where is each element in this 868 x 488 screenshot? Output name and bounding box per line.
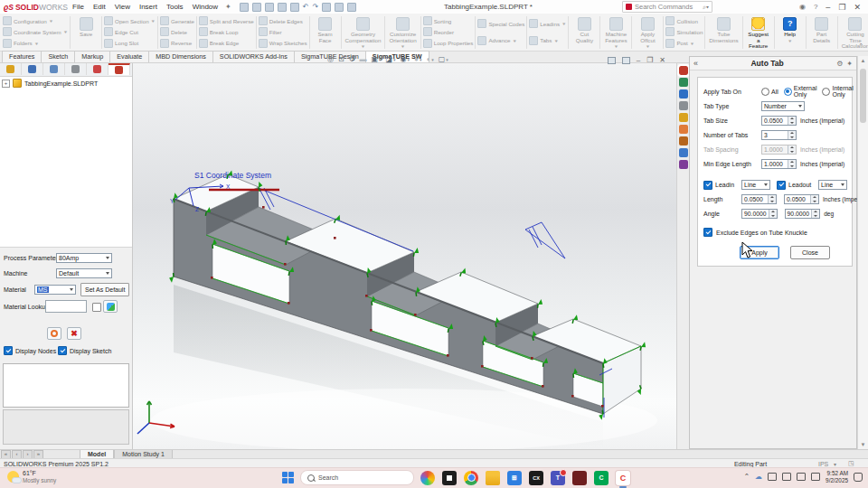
reorder-button[interactable]: Reorder xyxy=(423,27,474,37)
previous-view-icon[interactable]: ↺ xyxy=(349,55,355,63)
machine-select[interactable]: Default xyxy=(56,268,112,278)
open-document-icon[interactable] xyxy=(265,3,274,12)
doc-restore-button[interactable]: ❐ xyxy=(646,56,653,64)
rebuild-icon[interactable] xyxy=(335,3,344,12)
hide-show-items-icon[interactable]: ◉▾ xyxy=(401,55,410,63)
number-of-tabs-spinner[interactable]: 3 xyxy=(761,130,797,140)
doc-close-button[interactable]: ✕ xyxy=(659,56,665,64)
display-sketch-checkbox[interactable] xyxy=(58,346,67,355)
tube-dimensions-button[interactable]: Tube Dimensions xyxy=(707,15,740,43)
scroll-up-icon[interactable]: ▲ xyxy=(860,58,866,63)
open-section-button[interactable]: Open Section▼ xyxy=(104,16,156,26)
leadout-angle-spinner[interactable]: 90.0000 xyxy=(785,209,821,219)
fm-tab-dimxpert-manager[interactable] xyxy=(65,63,87,75)
leadin-angle-spinner[interactable]: 90.0000 xyxy=(741,209,778,219)
material-lookup-input[interactable] xyxy=(45,300,87,313)
reverse-button[interactable]: Reverse xyxy=(160,38,194,48)
tab-evaluate[interactable]: Evaluate xyxy=(109,51,149,62)
video-camera-icon[interactable] xyxy=(811,473,820,481)
tab-markup[interactable]: Markup xyxy=(74,51,110,62)
filter-button[interactable]: Filter xyxy=(259,27,307,37)
part-details-button[interactable]: Part Details xyxy=(808,15,835,43)
leadin-checkbox[interactable] xyxy=(703,181,712,190)
ribbon-collapse-chevron-icon[interactable]: ⌃ xyxy=(858,42,863,50)
scroll-thumb[interactable] xyxy=(860,69,866,123)
cast-display-icon[interactable] xyxy=(782,473,791,481)
search-icon[interactable]: ⌕▾ xyxy=(703,4,709,11)
display-sketch-toggle[interactable]: Display Sketch xyxy=(58,346,111,355)
design-library-icon[interactable] xyxy=(679,125,688,134)
forum-icon[interactable] xyxy=(679,160,688,169)
menu-file[interactable]: File xyxy=(68,3,89,11)
options-icon[interactable] xyxy=(347,3,356,12)
scroll-down-icon[interactable]: ▼ xyxy=(860,442,866,447)
fm-tab-feature-manager[interactable] xyxy=(0,63,22,75)
sigmatube-icon[interactable] xyxy=(679,66,688,75)
security-app-icon[interactable] xyxy=(572,471,587,485)
split-and-reverse-button[interactable]: Split and Reverse xyxy=(199,16,254,26)
seam-face-button[interactable]: Seam Face xyxy=(312,15,339,43)
pane-single-icon[interactable] xyxy=(622,57,630,64)
print-icon[interactable] xyxy=(290,3,299,12)
new-document-icon[interactable] xyxy=(252,3,261,12)
tabs-button[interactable]: Tabs▼ xyxy=(529,35,566,45)
section-view-icon[interactable]: ▬ xyxy=(359,55,366,63)
geometry-compensation-button[interactable]: Geometry Compensation▼ xyxy=(344,15,383,50)
apply-offcut-button[interactable]: Apply Offcut▼ xyxy=(634,15,661,50)
settings-icon[interactable] xyxy=(679,101,688,110)
custom-properties-icon[interactable] xyxy=(679,148,688,157)
tab-type-select[interactable]: Number xyxy=(761,101,805,111)
color-wheel-app-icon[interactable] xyxy=(420,471,435,485)
chevron-up-icon[interactable]: ⌃ xyxy=(743,473,750,481)
break-loop-button[interactable]: Break Loop xyxy=(199,27,254,37)
microsoft-store-icon[interactable]: ⊞ xyxy=(507,471,522,485)
tab-sketch[interactable]: Sketch xyxy=(41,51,75,62)
home-icon[interactable] xyxy=(240,3,249,12)
view-settings-icon[interactable]: ▢▾ xyxy=(439,55,448,63)
edit-appearance-icon[interactable]: ●▾ xyxy=(414,55,421,63)
machine-features-button[interactable]: Machine Features▼ xyxy=(602,15,629,50)
units-chevron-icon[interactable]: ▾ xyxy=(834,461,836,467)
capture-cx-icon[interactable]: CX xyxy=(529,471,543,485)
file-explorer-icon[interactable] xyxy=(679,113,688,122)
customize-orientation-button[interactable]: Customize Orientation▼ xyxy=(387,15,418,50)
teams-icon[interactable]: T xyxy=(551,471,565,485)
radio-all[interactable]: All xyxy=(761,88,778,96)
undo-icon[interactable]: ↶ xyxy=(303,4,309,11)
feature-tree-root[interactable]: + TabbingExample.SLDPRT xyxy=(2,79,98,88)
leadout-checkbox[interactable] xyxy=(777,181,786,190)
notifications-bell-icon[interactable] xyxy=(854,473,863,482)
display-style-icon[interactable]: ◪▾ xyxy=(385,55,395,63)
delete-edges-button[interactable]: Delete Edges xyxy=(259,16,307,26)
graphics-viewport[interactable]: ◎⊡↺▬▣▾◪▾◉▾●▾◐▾▢▾ – ❐ ✕ xyxy=(133,63,676,449)
long-slot-button[interactable]: Long Slot xyxy=(104,38,156,48)
file-explorer-icon[interactable] xyxy=(486,471,500,485)
camtasia-icon[interactable]: C xyxy=(594,471,609,485)
menu-edit[interactable]: Edit xyxy=(89,3,110,11)
pane-split-icon[interactable] xyxy=(608,57,616,64)
output-list-box[interactable] xyxy=(3,363,129,408)
coordinate-system-button[interactable]: Coordinate System▼ xyxy=(3,27,68,37)
tab-solidworks-add-ins[interactable]: SOLIDWORKS Add-Ins xyxy=(212,51,295,62)
home-icon[interactable] xyxy=(679,89,688,99)
appearances-icon[interactable] xyxy=(679,136,688,145)
delete-nodes-button[interactable]: ✖ xyxy=(67,327,81,340)
menu-tools[interactable]: Tools xyxy=(162,3,188,11)
units-selector[interactable]: IPS xyxy=(818,461,828,467)
spin-down-icon[interactable] xyxy=(788,136,796,140)
special-codes-button[interactable]: Special Codes xyxy=(477,19,524,29)
close-button[interactable]: Close xyxy=(790,246,830,259)
help-button[interactable]: ?Help▼ xyxy=(777,15,804,44)
suggest-a-feature-button[interactable]: Suggest a Feature xyxy=(745,15,772,50)
snagit-icon[interactable]: C xyxy=(616,471,630,485)
taskbar-search[interactable]: Search xyxy=(300,470,414,485)
highlight-nodes-button[interactable] xyxy=(47,327,61,340)
leadin-length-spinner[interactable]: 0.0500 xyxy=(741,194,777,204)
save-button[interactable]: Save xyxy=(72,15,99,38)
fm-tab-display-manager[interactable] xyxy=(87,63,108,75)
display-nodes-toggle[interactable]: Display Nodes xyxy=(4,346,56,355)
tab-mbd-dimensions[interactable]: MBD Dimensions xyxy=(148,51,213,62)
min-edge-length-spinner[interactable]: 1.0000 xyxy=(761,159,797,169)
leadins-button[interactable]: Leadins▼ xyxy=(529,19,566,29)
material-select[interactable]: MS xyxy=(34,285,76,295)
